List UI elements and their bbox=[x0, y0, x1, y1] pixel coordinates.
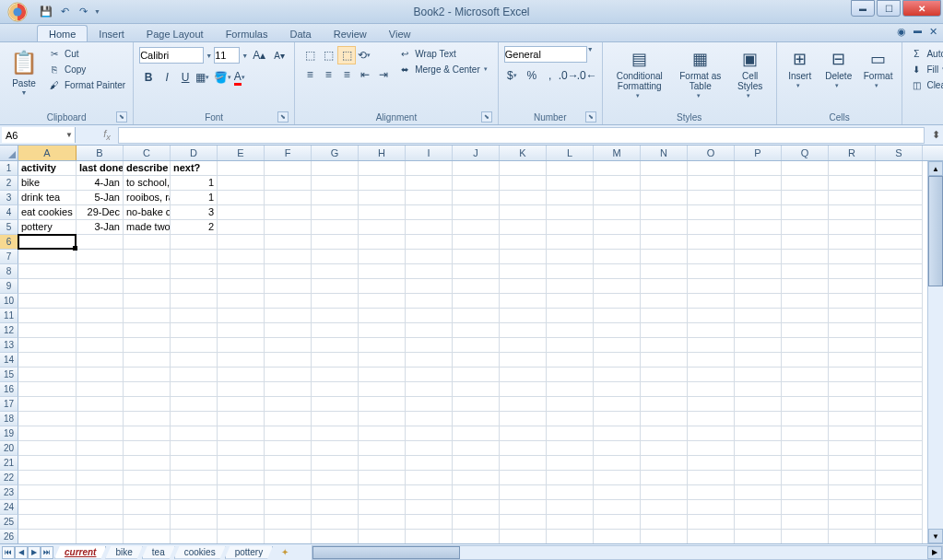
cell[interactable] bbox=[453, 368, 500, 382]
cell[interactable] bbox=[359, 220, 406, 235]
cell[interactable]: no-bake cho bbox=[124, 205, 171, 220]
office-button[interactable] bbox=[2, 0, 33, 24]
cell[interactable] bbox=[688, 176, 735, 191]
cell[interactable] bbox=[782, 397, 829, 412]
cell[interactable] bbox=[829, 368, 876, 382]
cell[interactable]: eat cookies bbox=[18, 205, 77, 220]
sheet-tab[interactable]: bike bbox=[105, 546, 142, 559]
cell[interactable] bbox=[547, 397, 594, 412]
clear-button[interactable]: ◫Clear▾ bbox=[908, 77, 943, 92]
cell[interactable] bbox=[829, 205, 876, 220]
cell[interactable] bbox=[218, 323, 265, 338]
cell[interactable] bbox=[641, 220, 688, 235]
cell[interactable] bbox=[594, 279, 641, 294]
column-header[interactable]: M bbox=[594, 146, 641, 160]
cell[interactable] bbox=[359, 338, 406, 353]
cell[interactable] bbox=[453, 426, 500, 441]
cell[interactable] bbox=[406, 412, 453, 426]
cell[interactable] bbox=[312, 412, 359, 426]
column-header[interactable]: S bbox=[876, 146, 923, 160]
cell[interactable] bbox=[18, 397, 77, 412]
cell[interactable] bbox=[453, 309, 500, 323]
cell[interactable] bbox=[876, 235, 923, 250]
cell[interactable] bbox=[876, 456, 923, 471]
cell[interactable] bbox=[500, 250, 547, 264]
cell[interactable] bbox=[782, 530, 829, 543]
cell[interactable] bbox=[782, 279, 829, 294]
scroll-right-icon[interactable]: ▶ bbox=[927, 546, 942, 559]
cell[interactable] bbox=[124, 456, 171, 471]
cell[interactable] bbox=[500, 161, 547, 176]
cell[interactable] bbox=[312, 353, 359, 368]
row-header[interactable]: 4 bbox=[0, 205, 18, 220]
vertical-scrollbar[interactable]: ▲ ▼ bbox=[927, 161, 943, 543]
cell[interactable] bbox=[735, 323, 782, 338]
cell[interactable] bbox=[359, 471, 406, 485]
cell[interactable] bbox=[547, 515, 594, 530]
cell[interactable] bbox=[782, 353, 829, 368]
cell[interactable] bbox=[312, 397, 359, 412]
scroll-up-icon[interactable]: ▲ bbox=[928, 161, 943, 176]
cell[interactable] bbox=[829, 412, 876, 426]
help-icon[interactable]: ◉ bbox=[897, 26, 906, 38]
cell[interactable] bbox=[312, 456, 359, 471]
cell[interactable] bbox=[547, 264, 594, 279]
cell[interactable] bbox=[359, 294, 406, 309]
cell[interactable] bbox=[547, 530, 594, 543]
cell[interactable] bbox=[500, 530, 547, 543]
format-as-table-button[interactable]: ▦Format as Table▾ bbox=[675, 46, 726, 101]
cell[interactable] bbox=[688, 412, 735, 426]
cell[interactable] bbox=[77, 323, 124, 338]
cell[interactable] bbox=[124, 441, 171, 456]
cell[interactable] bbox=[782, 426, 829, 441]
cell[interactable] bbox=[876, 441, 923, 456]
row-header[interactable]: 1 bbox=[0, 161, 18, 176]
cell[interactable] bbox=[312, 500, 359, 515]
font-size-input[interactable] bbox=[214, 47, 240, 64]
cell[interactable] bbox=[218, 191, 265, 205]
fill-color-button[interactable]: 🪣▾ bbox=[213, 68, 231, 87]
cell[interactable] bbox=[876, 191, 923, 205]
cell[interactable] bbox=[500, 456, 547, 471]
cell[interactable] bbox=[641, 250, 688, 264]
column-header[interactable]: C bbox=[124, 146, 171, 160]
cell[interactable]: bike bbox=[18, 176, 77, 191]
cell[interactable] bbox=[18, 353, 77, 368]
align-bottom-icon[interactable]: ⬚ bbox=[337, 46, 356, 64]
cell[interactable] bbox=[876, 471, 923, 485]
cell[interactable] bbox=[500, 279, 547, 294]
bold-button[interactable]: B bbox=[139, 68, 158, 87]
cell[interactable] bbox=[124, 279, 171, 294]
cell[interactable] bbox=[829, 426, 876, 441]
cell[interactable] bbox=[359, 309, 406, 323]
expand-formula-icon[interactable]: ⬍ bbox=[928, 125, 943, 145]
cell[interactable] bbox=[688, 250, 735, 264]
cell[interactable] bbox=[688, 441, 735, 456]
maximize-button[interactable] bbox=[877, 0, 901, 17]
cell[interactable] bbox=[218, 264, 265, 279]
cell[interactable] bbox=[77, 397, 124, 412]
cell[interactable] bbox=[782, 471, 829, 485]
cell[interactable] bbox=[265, 309, 312, 323]
cell[interactable] bbox=[124, 500, 171, 515]
cell[interactable] bbox=[688, 191, 735, 205]
cell[interactable] bbox=[312, 220, 359, 235]
align-center-icon[interactable]: ≡ bbox=[319, 65, 337, 84]
decrease-indent-icon[interactable]: ⇤ bbox=[356, 65, 374, 84]
cell[interactable] bbox=[829, 235, 876, 250]
scroll-thumb[interactable] bbox=[928, 176, 943, 286]
row-header[interactable]: 17 bbox=[0, 397, 18, 412]
cell[interactable] bbox=[641, 323, 688, 338]
cell[interactable] bbox=[594, 368, 641, 382]
cell[interactable] bbox=[265, 500, 312, 515]
row-header[interactable]: 24 bbox=[0, 500, 18, 515]
cell[interactable] bbox=[359, 515, 406, 530]
cell[interactable] bbox=[406, 500, 453, 515]
cell[interactable]: drink tea bbox=[18, 191, 77, 205]
cell[interactable] bbox=[594, 412, 641, 426]
align-right-icon[interactable]: ≡ bbox=[337, 65, 356, 84]
cell[interactable] bbox=[641, 368, 688, 382]
cell[interactable] bbox=[453, 382, 500, 397]
cell[interactable] bbox=[124, 353, 171, 368]
next-sheet-icon[interactable]: ▶ bbox=[28, 546, 41, 559]
